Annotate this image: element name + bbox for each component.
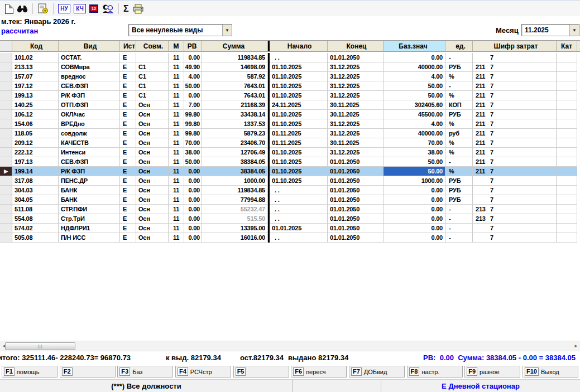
cell-m[interactable]: 11 xyxy=(169,138,184,148)
cell-nachalo[interactable]: 01.10.2025 xyxy=(270,91,328,100)
cell-rv[interactable]: 0.00 xyxy=(184,224,202,233)
cell-kat[interactable] xyxy=(557,167,577,176)
cell-sovm[interactable]: Осн xyxy=(136,233,169,243)
cell-kat[interactable] xyxy=(557,62,577,72)
cell-bazznach[interactable]: 4.00 xyxy=(384,119,445,129)
cell-shifr[interactable]: 2117 xyxy=(473,81,557,91)
cell-code[interactable]: 574.02 xyxy=(12,224,59,233)
cell-bazznach[interactable]: 0.00 xyxy=(384,214,445,224)
cell-code[interactable]: 197.13 xyxy=(12,157,59,167)
cell-rv[interactable]: 0.00 xyxy=(184,205,202,214)
table-row[interactable]: 197.13СЕВ.ФЗПЕОсн1150.0038384.0501.10.20… xyxy=(0,157,580,167)
cell-summa[interactable]: 16016.00 xyxy=(202,233,268,243)
row-selector[interactable] xyxy=(0,195,12,205)
cell-shifr[interactable]: 2117 xyxy=(473,157,557,167)
cell-summa[interactable]: 7643.01 xyxy=(202,91,268,100)
cell-nachalo[interactable]: . . xyxy=(270,233,328,243)
cell-ist[interactable]: Е xyxy=(120,53,136,62)
header-col-kat[interactable]: Кат xyxy=(557,41,577,51)
cell-ist[interactable]: Е xyxy=(120,138,136,148)
cell-m[interactable]: 11 xyxy=(169,110,184,119)
cell-shifr[interactable]: 7 xyxy=(473,186,557,195)
cell-code[interactable]: 304.03 xyxy=(12,186,59,195)
cell-summa[interactable]: 13395.00 xyxy=(202,224,268,233)
cell-summa[interactable]: 38384.05 xyxy=(202,167,268,176)
cell-m[interactable]: 11 xyxy=(169,91,184,100)
cell-kat[interactable] xyxy=(557,205,577,214)
cell-shifr[interactable]: 2117 xyxy=(473,148,557,157)
f9-button[interactable]: F9разное xyxy=(464,366,520,378)
cell-summa[interactable]: 119834.85 xyxy=(202,186,268,195)
cell-kat[interactable] xyxy=(557,119,577,129)
cell-ist[interactable]: Е xyxy=(120,129,136,138)
cell-nachalo[interactable]: 01.10.2025 xyxy=(270,167,328,176)
row-selector[interactable] xyxy=(0,157,12,167)
f10-button[interactable]: F10Выход xyxy=(523,366,578,378)
cell-vid[interactable]: БАНК xyxy=(59,195,120,205)
cell-sovm[interactable]: Осн xyxy=(136,167,169,176)
cell-code[interactable]: 197.12 xyxy=(12,81,59,91)
cell-bazznach[interactable]: 50.00 xyxy=(384,167,445,176)
row-selector[interactable] xyxy=(0,205,12,214)
cell-nachalo[interactable]: 24.11.2025 xyxy=(270,100,328,110)
row-selector[interactable] xyxy=(0,129,12,138)
cell-vid[interactable]: Интенси xyxy=(59,148,120,157)
cell-shifr[interactable]: 2117 xyxy=(473,138,557,148)
cell-code[interactable]: 118.05 xyxy=(12,129,59,138)
month-combobox[interactable]: 11.2025 ▼ xyxy=(521,24,579,36)
cell-summa[interactable]: 7643.01 xyxy=(202,81,268,91)
scroll-right-arrow-icon[interactable]: ► xyxy=(574,343,578,349)
table-row[interactable]: 304.03БАНКЕОсн110.00119834.85. .01.01.20… xyxy=(0,186,580,195)
cell-sovm[interactable]: Осн xyxy=(136,129,169,138)
cell-m[interactable]: 11 xyxy=(169,157,184,167)
cell-ist[interactable]: Е xyxy=(120,195,136,205)
cell-summa[interactable]: 23406.70 xyxy=(202,138,268,148)
cell-ist[interactable]: Е xyxy=(120,157,136,167)
cell-shifr[interactable]: 7 xyxy=(473,195,557,205)
cell-nachalo[interactable]: . . xyxy=(270,205,328,214)
cell-bazznach[interactable]: 4.00 xyxy=(384,72,445,81)
table-row[interactable]: 511.08СТР.ПФИЕОсн110.0055232.47. .01.01.… xyxy=(0,205,580,214)
cell-rv[interactable]: 50.00 xyxy=(184,157,202,167)
row-selector[interactable] xyxy=(0,176,12,186)
cell-ed[interactable]: - xyxy=(445,224,473,233)
cell-kat[interactable] xyxy=(557,233,577,243)
cell-sovm[interactable]: С1 xyxy=(136,81,169,91)
cell-shifr[interactable]: 7 xyxy=(473,176,557,186)
cell-nachalo[interactable]: 01.11.2025 xyxy=(270,138,328,148)
cell-m[interactable]: 11 xyxy=(169,176,184,186)
cell-konec[interactable]: 31.12.2025 xyxy=(328,62,384,72)
cell-m[interactable]: 11 xyxy=(169,100,184,110)
f6-button[interactable]: F6пересч xyxy=(291,366,347,378)
cell-m[interactable]: 11 xyxy=(169,72,184,81)
cell-bazznach[interactable]: 1000.00 xyxy=(384,176,445,186)
f2-button[interactable]: F2 xyxy=(60,366,116,378)
cell-vid[interactable]: ОКЛ/час xyxy=(59,110,120,119)
cell-kat[interactable] xyxy=(557,195,577,205)
cell-konec[interactable]: 01.01.2050 xyxy=(328,205,384,214)
cell-shifr[interactable]: 7 xyxy=(473,233,557,243)
cell-nachalo[interactable]: 01.10.2025 xyxy=(270,62,328,72)
cell-code[interactable]: 317.08 xyxy=(12,176,59,186)
cell-rv[interactable]: 4.00 xyxy=(184,72,202,81)
cell-shifr[interactable]: 2117 xyxy=(473,129,557,138)
cell-konec[interactable]: 31.12.2025 xyxy=(328,81,384,91)
cell-kat[interactable] xyxy=(557,91,577,100)
cell-rv[interactable]: 0.00 xyxy=(184,233,202,243)
cell-bazznach[interactable]: 40000.00 xyxy=(384,129,445,138)
cell-konec[interactable]: 01.01.2050 xyxy=(328,167,384,176)
cell-summa[interactable]: 12706.49 xyxy=(202,148,268,157)
cell-code[interactable]: 304.05 xyxy=(12,195,59,205)
cell-code[interactable]: 101.02 xyxy=(12,53,59,62)
row-selector[interactable] xyxy=(0,186,12,195)
cell-vid[interactable]: вреднос xyxy=(59,72,120,81)
header-col-ist[interactable]: Ист xyxy=(120,41,136,51)
cell-vid[interactable]: Р/К ФЗП xyxy=(59,167,120,176)
header-col-konec[interactable]: Конец xyxy=(328,41,384,51)
cell-ed[interactable]: РУБ xyxy=(445,110,473,119)
row-selector[interactable] xyxy=(0,138,12,148)
sum-icon[interactable]: Σ xyxy=(123,3,129,15)
header-col-sovm[interactable]: Совм. xyxy=(136,41,169,51)
chevron-down-icon[interactable]: ▼ xyxy=(569,25,579,36)
cell-vid[interactable]: БАНК xyxy=(59,186,120,195)
